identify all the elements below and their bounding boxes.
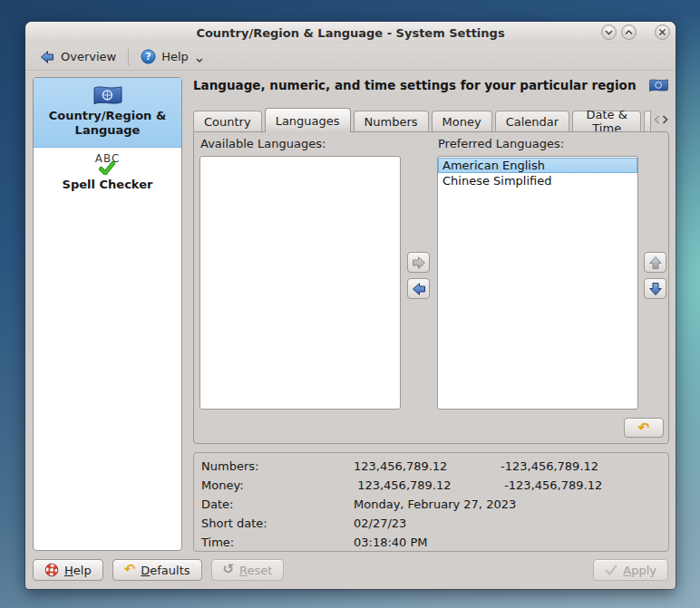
tab-calendar[interactable]: Calendar [495,111,569,131]
defaults-undo-icon: ↶ [124,563,136,576]
overview-button[interactable]: Overview [33,47,122,67]
tab-label: Country [204,115,251,129]
window-title: Country/Region & Language - System Setti… [196,26,504,40]
preview-label: Short date: [201,516,354,530]
toolbar: Overview ? Help [25,43,676,71]
list-item-american-english[interactable]: American English [438,158,637,173]
preview-value: Monday, February 27, 2023 [354,497,501,511]
tab-languages[interactable]: Languages [265,108,351,132]
undo-changes-button[interactable]: ↶ [624,418,664,438]
chevron-right-icon [662,115,668,124]
un-flag-icon [92,84,123,106]
maximize-button[interactable] [621,24,637,40]
left-arrow-icon [412,282,426,296]
available-languages-label: Available Languages: [200,137,326,150]
right-arrow-icon [412,256,426,270]
defaults-button-label: Defaults [141,564,190,577]
titlebar[interactable]: Country/Region & Language - System Setti… [25,22,676,43]
available-languages-list[interactable] [199,156,401,410]
format-preview-panel: Numbers: 123,456,789.12 -123,456,789.12 … [193,452,669,552]
help-button[interactable]: Help [33,559,103,581]
preview-label: Money: [201,478,354,492]
spell-checker-icon: ABC [95,154,121,175]
preview-row: Time: 03:18:40 PM [201,533,661,552]
down-arrow-icon [648,282,663,296]
tab-label: Numbers [365,115,418,129]
help-menu-button[interactable]: ? Help [134,46,209,67]
preview-negative-value: -123,456,789.12 [501,459,598,473]
apply-button-label: Apply [623,564,656,577]
sidebar-item-label: Spell Checker [63,178,153,192]
preview-row: Date: Monday, February 27, 2023 [201,495,661,514]
tab-label: Calendar [506,115,559,129]
module-title: Language, numeric, and time settings for… [193,78,637,92]
window-controls [597,24,670,40]
chevron-down-icon [196,58,203,63]
chevron-down-icon [605,29,613,36]
list-item-chinese-simplified[interactable]: Chinese Simplified [438,173,637,188]
languages-tab-panel: Available Languages: Preferred Languages… [193,131,669,444]
minimize-button[interactable] [601,24,617,40]
preview-value: 02/27/23 [354,516,501,530]
tab-money[interactable]: Money [432,111,492,131]
preferred-languages-list[interactable]: American English Chinese Simplified [437,156,638,410]
apply-check-icon [605,565,617,575]
footer-button-bar: Help ↶ Defaults ↺ Reset Apply [25,551,676,589]
chevron-left-icon [654,115,660,124]
help-button-label: Help [64,564,92,577]
remove-language-button[interactable] [407,278,430,299]
svg-text:?: ? [146,51,151,62]
tab-label: Languages [276,114,340,128]
back-arrow-icon [39,50,55,64]
add-language-button[interactable] [407,252,430,273]
preview-value: 03:18:40 PM [354,536,501,549]
preview-label: Date: [201,497,354,511]
toolbar-separator [128,48,129,66]
sidebar-item-label: Country/Region & Language [39,109,176,139]
reset-button[interactable]: ↺ Reset [211,559,285,581]
lifebuoy-icon [44,563,59,577]
close-button[interactable] [655,24,670,40]
preferred-languages-label: Preferred Languages: [438,137,564,150]
sidebar-item-spell-checker[interactable]: ABC Spell Checker [34,148,181,200]
close-icon [658,28,666,36]
help-menu-label: Help [161,50,189,63]
up-arrow-icon [648,256,663,270]
preview-label: Time: [201,536,354,549]
tab-scroll-right-button[interactable] [661,111,669,129]
defaults-button[interactable]: ↶ Defaults [112,559,202,581]
green-checkmark-icon [98,161,116,175]
preview-row: Money: 123,456,789.12 -123,456,789.12 [201,476,661,495]
tab-date-time[interactable]: Date & Time [572,111,641,131]
undo-icon: ↶ [638,420,650,434]
preview-label: Numbers: [201,459,354,473]
apply-button[interactable]: Apply [593,559,668,581]
chevron-up-icon [625,29,633,36]
un-flag-icon [648,78,669,92]
preview-row: Numbers: 123,456,789.12 -123,456,789.12 [201,457,661,476]
reset-undo-icon: ↺ [223,563,235,576]
system-settings-window: Country/Region & Language - System Setti… [25,22,676,589]
help-icon: ? [141,49,156,64]
tab-numbers[interactable]: Numbers [354,111,429,131]
tab-label: Money [442,115,481,129]
tab-bar: Country Languages Numbers Money Calendar… [193,107,669,131]
desktop-background: Country/Region & Language - System Setti… [0,0,700,608]
tab-overflow-sliver[interactable] [644,111,651,131]
sidebar-item-country-region-language[interactable]: Country/Region & Language [34,78,181,148]
preview-value: 123,456,789.12 [354,478,501,492]
overview-label: Overview [61,50,116,63]
move-up-button[interactable] [644,252,666,273]
reset-button-label: Reset [239,564,272,577]
module-header: Language, numeric, and time settings for… [193,78,669,92]
tab-scroll-left-button[interactable] [653,111,661,129]
sidebar: Country/Region & Language ABC Spell Chec… [33,77,182,551]
tab-country[interactable]: Country [193,111,262,131]
preview-negative-value: -123,456,789.12 [501,478,602,492]
preview-row: Short date: 02/27/23 [201,514,661,533]
preview-value: 123,456,789.12 [354,459,501,473]
move-down-button[interactable] [644,278,666,299]
